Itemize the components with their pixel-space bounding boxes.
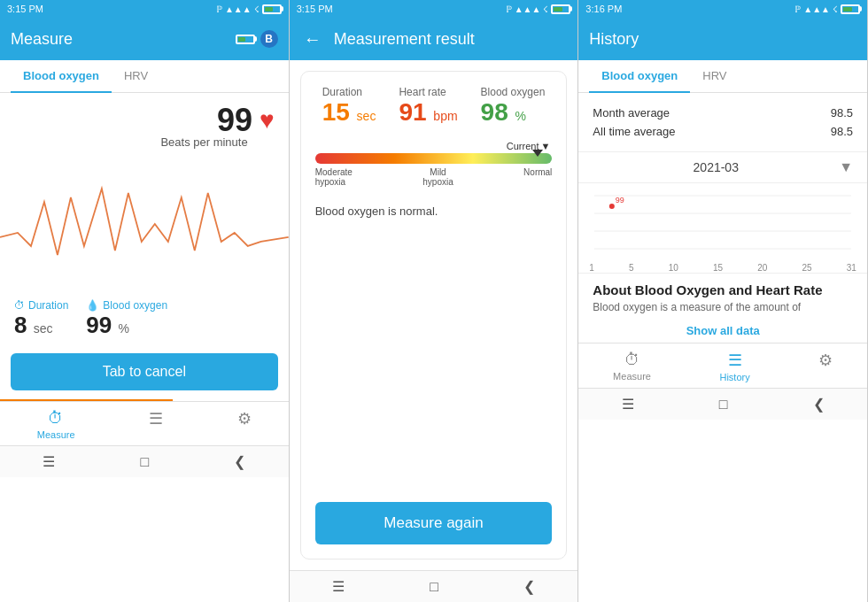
back-button[interactable]: ← [300, 29, 325, 50]
tab-hrv-1[interactable]: HRV [112, 60, 160, 93]
heartrate-value: 91 bpm [399, 98, 457, 127]
measure-again-button[interactable]: Measure again [315, 502, 553, 544]
show-all-link[interactable]: Show all data [578, 319, 867, 343]
android-menu-btn[interactable]: ☰ [43, 453, 55, 470]
heartrate-col: Heart rate 91 bpm [399, 86, 457, 127]
current-label: Current ▼ [315, 141, 553, 151]
bloodoxygen-col: Blood oxygen 98 % [481, 86, 546, 127]
measurement-card: Duration 15 sec Heart rate 91 bpm Blood … [300, 71, 568, 560]
status-icons-3: ℙ ▲▲▲ ☇ [794, 4, 860, 14]
month-label: 2021-03 [694, 160, 739, 174]
signal-icon-3: ▲▲▲ [803, 4, 830, 14]
battery-fill [265, 7, 274, 12]
month-arrow-icon[interactable]: ▼ [839, 159, 853, 175]
month-avg-value: 98.5 [831, 106, 853, 120]
bluetooth-status-icon-3: ℙ [794, 4, 801, 14]
bluetooth-status-icon-2: ℙ [506, 4, 512, 14]
svg-point-4 [609, 204, 615, 209]
svg-text:99: 99 [616, 196, 624, 205]
android-menu-btn-3[interactable]: ☰ [622, 396, 634, 413]
tab-blood-oxygen-1[interactable]: Blood oxygen [11, 60, 112, 93]
cancel-button[interactable]: Tab to cancel [11, 353, 278, 390]
duration-icon: ⏱ [14, 299, 25, 312]
nav-list-1[interactable]: ☰ [140, 407, 172, 442]
android-home-btn[interactable]: □ [140, 454, 149, 470]
chart-x-31: 31 [847, 263, 856, 273]
header-title-2: Measurement result [334, 30, 568, 49]
android-bar-3: ☰ □ ❮ [578, 388, 867, 420]
wifi-icon: ☇ [254, 4, 260, 14]
scale-label-normal: Normal [523, 167, 552, 187]
scale-indicator [532, 150, 543, 157]
duration-unit-2: sec [357, 109, 376, 123]
status-icons-2: ℙ ▲▲▲ ☇ [506, 4, 571, 14]
chart-x-10: 10 [669, 263, 678, 273]
android-back-btn[interactable]: ❮ [234, 453, 245, 470]
stat-duration: ⏱ Duration 8 sec [14, 299, 68, 339]
scale-bar [315, 153, 553, 164]
android-menu-btn-2[interactable]: ☰ [332, 578, 345, 595]
android-back-btn-3[interactable]: ❮ [813, 396, 825, 413]
battery-icon-2 [551, 4, 570, 14]
blood-oxygen-label-text: Blood oxygen [103, 299, 167, 312]
blood-oxygen-unit: % [119, 321, 129, 336]
blood-oxygen-number: 99 [86, 312, 112, 338]
battery-icon [262, 4, 282, 14]
bluetooth-icon[interactable]: B [260, 30, 278, 48]
bloodoxygen-label: Blood oxygen [481, 86, 546, 98]
duration-col: Duration 15 sec [322, 86, 376, 127]
alltime-avg-label: All time average [593, 125, 675, 138]
chart-x-1: 1 [589, 263, 594, 273]
nav-settings-3[interactable]: ⚙ [810, 349, 841, 384]
nav-settings-1[interactable]: ⚙ [229, 407, 260, 442]
status-time-3: 3:16 PM [585, 4, 622, 14]
android-home-btn-2[interactable]: □ [430, 579, 438, 595]
oxygen-status-text: Blood oxygen is normal. [315, 201, 553, 221]
heartrate-label: Heart rate [399, 86, 446, 98]
mini-chart-area: 99 [578, 183, 867, 263]
android-back-btn-2[interactable]: ❮ [523, 578, 535, 595]
bloodoxygen-unit: % [515, 109, 526, 123]
heartrate-unit: bpm [433, 109, 457, 123]
blood-oxygen-icon: 💧 [86, 299, 99, 312]
status-time-2: 3:15 PM [297, 4, 333, 14]
nav-history-3[interactable]: ☰ History [710, 349, 758, 384]
battery-fill-3 [843, 7, 852, 12]
status-icons-1: ℙ ▲▲▲ ☇ [216, 4, 282, 14]
settings-nav-icon: ⚙ [237, 409, 252, 428]
alltime-avg-value: 98.5 [831, 125, 853, 138]
list-nav-icon: ☰ [149, 409, 163, 428]
chart-x-20: 20 [757, 263, 767, 273]
status-time-1: 3:15 PM [7, 4, 43, 14]
month-selector: 2021-03 ▼ [578, 152, 867, 183]
tabs-1: Blood oxygen HRV [0, 60, 289, 93]
duration-label: ⏱ Duration [14, 299, 68, 312]
measurement-header: Duration 15 sec Heart rate 91 bpm Blood … [315, 86, 553, 127]
panel-measure: 3:15 PM ℙ ▲▲▲ ☇ Measure B Blood oxygen H… [0, 0, 290, 602]
android-home-btn-3[interactable]: □ [719, 397, 728, 413]
chart-x-25: 25 [802, 263, 812, 273]
about-section: About Blood Oxygen and Heart Rate Blood … [578, 273, 867, 319]
device-battery-fill [238, 37, 245, 42]
nav-measure-1[interactable]: ⏱ Measure [28, 407, 84, 442]
bluetooth-status-icon: ℙ [216, 4, 222, 14]
blood-oxygen-value: 99 % [86, 312, 167, 339]
duration-num-2: 15 [322, 98, 350, 126]
bpm-label: Beats per minute [0, 135, 289, 149]
measure-nav-icon-3: ⏱ [624, 351, 640, 369]
bpm-row: 99 ♥ [0, 93, 289, 139]
bpm-number: 99 [217, 102, 252, 139]
status-bar-1: 3:15 PM ℙ ▲▲▲ ☇ [0, 0, 289, 18]
month-avg-row: Month average 98.5 [593, 104, 853, 122]
bloodoxygen-num: 98 [481, 98, 508, 126]
device-battery-icon [236, 35, 255, 44]
heart-icon: ♥ [260, 106, 275, 135]
signal-icon-2: ▲▲▲ [515, 4, 541, 14]
battery-icon-3 [841, 4, 860, 14]
header-3: History [578, 18, 867, 60]
history-nav-label: History [719, 372, 749, 382]
nav-measure-3[interactable]: ⏱ Measure [604, 349, 660, 384]
tab-hrv-3[interactable]: HRV [690, 60, 739, 93]
status-bar-2: 3:15 PM ℙ ▲▲▲ ☇ [290, 0, 578, 18]
tab-blood-oxygen-3[interactable]: Blood oxygen [589, 60, 690, 93]
